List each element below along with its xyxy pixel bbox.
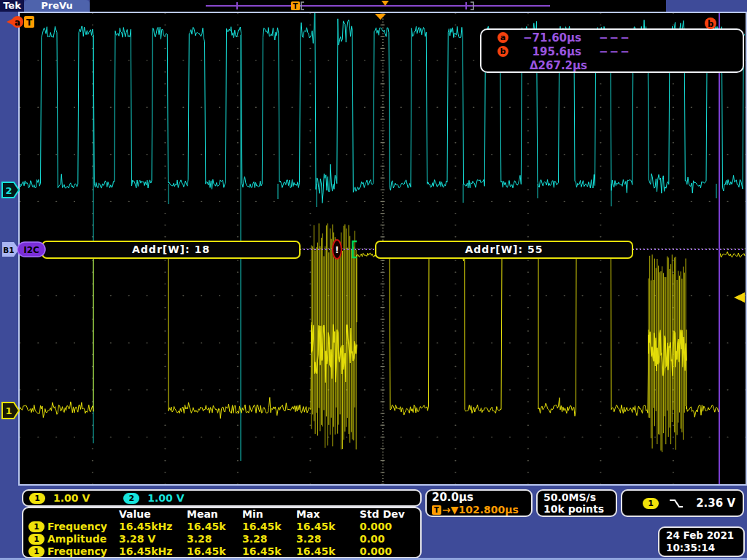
col-mean: Mean	[187, 508, 242, 521]
i2c-decode-text-2: Addr[W]: 55	[465, 244, 543, 255]
trigger-source-badge: 1	[643, 498, 659, 509]
title-bar: Tek PreVu	[0, 0, 747, 12]
bus-b1-label: B1	[3, 246, 14, 254]
measurement-row: 1Amplitude 3.28 V 3.28 3.28 3.28 0.00	[28, 533, 420, 545]
meas1-min: 16.45k	[242, 521, 296, 533]
trigger-settings-box: 1 2.36 V	[621, 489, 744, 517]
ch2-badge: 2	[123, 493, 139, 504]
brand-logo: Tek	[0, 0, 24, 12]
ch1-reference-marker	[2, 402, 19, 419]
ch2-scale: 1.00 V	[147, 492, 184, 504]
meas2-max: 3.28	[296, 533, 360, 545]
meas2-value: 3.28 V	[119, 533, 187, 545]
meas3-min: 16.45k	[242, 545, 296, 558]
acquisition-status-tab: PreVu	[24, 0, 90, 12]
meas2-name: Amplitude	[47, 533, 107, 545]
time-value: 10:35:14	[666, 542, 743, 554]
record-length: 10k points	[543, 503, 616, 515]
record-view-strip	[90, 0, 666, 12]
datetime-box: 24 Feb 2021 10:35:14	[658, 526, 745, 557]
cursor-delta-row: Δ267.2µs	[498, 58, 735, 72]
col-max: Max	[296, 508, 360, 521]
col-stddev: Std Dev	[360, 508, 420, 521]
i2c-decode-box-2: Addr[W]: 55	[375, 241, 633, 259]
meas3-max: 16.45k	[296, 545, 360, 558]
meas3-mean: 16.45k	[187, 545, 242, 558]
meas3-value: 16.45kHz	[119, 545, 187, 558]
i2c-decode-box-1: Addr[W]: 18	[42, 241, 301, 259]
i2c-decode-text-1: Addr[W]: 18	[132, 244, 210, 255]
meas3-ch-badge: 1	[28, 546, 44, 557]
meas1-stddev: 0.000	[360, 521, 420, 533]
cursor-a-amplitude: −−−	[599, 31, 631, 44]
col-value: Value	[119, 508, 187, 521]
meas1-name: Frequency	[47, 521, 107, 533]
cursor-b-icon: b	[498, 46, 508, 57]
meas1-mean: 16.45k	[187, 521, 242, 533]
cursor-b-row: b 195.6µs −−−	[498, 44, 735, 58]
sample-rate: 50.0MS/s	[543, 491, 616, 503]
trigger-delay-arrows: →▼	[442, 504, 459, 516]
meas2-ch-badge: 1	[28, 534, 44, 545]
ch1-reference-label: 1	[5, 405, 12, 416]
trigger-delay-icon: T	[432, 505, 441, 515]
measurements-table: Value Mean Min Max Std Dev 1Frequency 16…	[22, 507, 422, 559]
acquisition-box: 50.0MS/s 10k points	[536, 489, 617, 517]
trigger-delay-value: 102.800µs	[459, 504, 519, 516]
cursor-b-amplitude: −−−	[599, 45, 631, 58]
ch2-reference-label: 2	[5, 185, 12, 196]
measurements-header: Value Mean Min Max Std Dev	[28, 508, 420, 521]
cursor-a-value: −71.60µs	[508, 31, 581, 44]
col-min: Min	[242, 508, 296, 521]
trigger-delay-row: T →▼ 102.800µs	[432, 504, 531, 516]
meas2-stddev: 0.00	[360, 533, 420, 545]
cursor-delta-value: Δ267.2µs	[525, 59, 587, 72]
bus-b1-marker	[2, 242, 19, 257]
cursor-a-row: a −71.60µs −−−	[498, 31, 735, 44]
meas1-ch-badge: 1	[28, 521, 44, 532]
meas2-min: 3.28	[242, 533, 296, 545]
meas2-mean: 3.28	[187, 533, 242, 545]
ch2-reference-marker	[2, 182, 19, 198]
channel-scale-bar: 1 1.00 V 2 1.00 V	[22, 489, 422, 507]
cursor-a-offscreen-arrow	[7, 19, 12, 25]
ch1-scale: 1.00 V	[53, 492, 90, 504]
meas3-stddev: 0.000	[360, 545, 420, 558]
ch1-badge: 1	[29, 493, 45, 504]
falling-edge-icon	[669, 498, 684, 509]
horizontal-settings-box: 20.0µs T →▼ 102.800µs	[425, 489, 533, 517]
measurement-row: 1Frequency 16.45kHz 16.45k 16.45k 16.45k…	[28, 545, 420, 558]
trigger-level: 2.36 V	[696, 497, 735, 510]
meas1-value: 16.45kHz	[119, 521, 187, 533]
date-value: 24 Feb 2021	[666, 529, 743, 542]
measurement-row: 1Frequency 16.45kHz 16.45k 16.45k 16.45k…	[28, 521, 420, 533]
meas1-max: 16.45k	[296, 521, 360, 533]
timebase-value: 20.0µs	[432, 491, 531, 504]
cursor-a-icon: a	[498, 32, 508, 43]
meas3-name: Frequency	[47, 545, 107, 558]
cursor-readout-box: a −71.60µs −−− b 195.6µs −−− Δ267.2µs	[480, 28, 744, 73]
cursor-b-value: 195.6µs	[508, 45, 581, 58]
